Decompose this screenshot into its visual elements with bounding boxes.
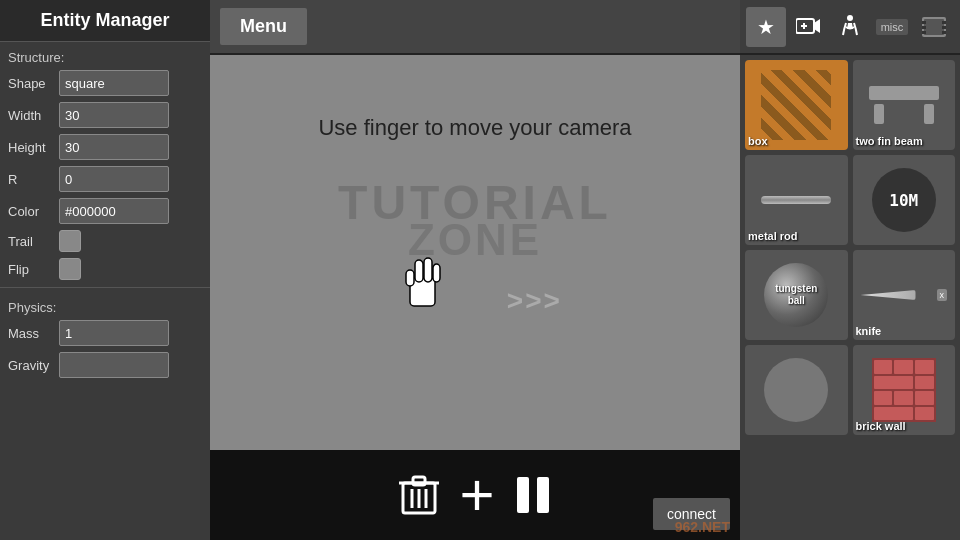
brickwall-visual [872, 358, 936, 422]
add-scene-button[interactable] [788, 7, 828, 47]
svg-rect-24 [942, 26, 946, 29]
tungsten-inner-label: tungstenball [775, 283, 817, 307]
film-button[interactable] [914, 7, 954, 47]
knife-label: knife [856, 325, 882, 337]
list-item[interactable]: 10M [853, 155, 956, 245]
box-label: box [748, 135, 768, 147]
r-input[interactable] [59, 166, 169, 192]
svg-rect-23 [942, 21, 946, 24]
svg-rect-25 [942, 31, 946, 34]
gravity-label: Gravity [8, 358, 53, 373]
drum-text: 10M [889, 191, 918, 210]
arrows-indicator: >>> [507, 285, 562, 317]
list-item[interactable]: tungstenball [745, 250, 848, 340]
hand-cursor-icon [395, 250, 450, 314]
physics-label: Physics: [0, 292, 210, 317]
pause-icon-button[interactable] [515, 473, 551, 517]
width-label: Width [8, 108, 53, 123]
width-row: Width [0, 99, 210, 131]
watermark-tutorial: TUTORIAL [338, 175, 612, 230]
top-bar: Menu [210, 0, 740, 55]
svg-point-17 [847, 15, 853, 21]
middle-area: Menu Use finger to move your camera TUTO… [210, 0, 740, 540]
connect-button[interactable]: connect [653, 498, 730, 530]
beam-label: two fin beam [856, 135, 923, 147]
knife-badge: x [937, 289, 948, 301]
list-item[interactable]: two fin beam [853, 60, 956, 150]
misc-label: misc [876, 19, 909, 35]
svg-rect-3 [433, 264, 440, 282]
svg-rect-2 [424, 258, 432, 282]
metalrod-visual [761, 196, 831, 204]
canvas-area[interactable]: Use finger to move your camera TUTORIAL … [210, 55, 740, 450]
svg-rect-1 [415, 260, 423, 282]
entity-panel: Entity Manager Structure: Shape Width He… [0, 0, 210, 540]
svg-rect-11 [517, 477, 529, 513]
trail-row: Trail [0, 227, 210, 255]
run-button[interactable] [830, 7, 870, 47]
star-icon: ★ [757, 15, 775, 39]
tungsten-visual: tungstenball [764, 263, 828, 327]
metalrod-label: metal rod [748, 230, 798, 242]
trail-toggle[interactable] [59, 230, 81, 252]
box-visual [761, 70, 831, 140]
height-label: Height [8, 140, 53, 155]
drum-visual: 10M [872, 168, 936, 232]
trail-label: Trail [8, 234, 53, 249]
instruction-text: Use finger to move your camera [318, 115, 631, 141]
structure-label: Structure: [0, 42, 210, 67]
mass-label: Mass [8, 326, 53, 341]
svg-rect-22 [922, 31, 926, 34]
svg-rect-4 [406, 270, 414, 286]
misc-button[interactable]: misc [872, 7, 912, 47]
flip-row: Flip [0, 255, 210, 283]
color-row: Color [0, 195, 210, 227]
right-panel: ★ misc [740, 0, 960, 540]
flip-toggle[interactable] [59, 258, 81, 280]
list-item[interactable]: x knife [853, 250, 956, 340]
svg-rect-20 [922, 21, 926, 24]
gravity-row: Gravity [0, 349, 210, 381]
list-item[interactable]: brick wall [853, 345, 956, 435]
list-item[interactable]: box [745, 60, 848, 150]
gray-circle-visual [764, 358, 828, 422]
color-label: Color [8, 204, 53, 219]
shape-label: Shape [8, 76, 53, 91]
brickwall-label: brick wall [856, 420, 906, 432]
knife-visual [861, 290, 916, 300]
shape-input[interactable] [59, 70, 169, 96]
menu-button[interactable]: Menu [220, 8, 307, 45]
svg-rect-21 [922, 26, 926, 29]
r-row: R [0, 163, 210, 195]
add-icon-button[interactable]: + [459, 465, 494, 525]
star-icon-button[interactable]: ★ [746, 7, 786, 47]
flip-label: Flip [8, 262, 53, 277]
mass-input[interactable] [59, 320, 169, 346]
gravity-input[interactable] [59, 352, 169, 378]
height-row: Height [0, 131, 210, 163]
entity-manager-title: Entity Manager [0, 0, 210, 42]
r-label: R [8, 172, 53, 187]
right-items-grid: box two fin beam metal rod 10M [740, 55, 960, 540]
shape-row: Shape [0, 67, 210, 99]
list-item[interactable] [745, 345, 848, 435]
height-input[interactable] [59, 134, 169, 160]
svg-rect-12 [537, 477, 549, 513]
svg-rect-19 [924, 19, 944, 35]
bottom-bar: + connect [210, 450, 740, 540]
right-top-icons: ★ misc [740, 0, 960, 55]
mass-row: Mass [0, 317, 210, 349]
width-input[interactable] [59, 102, 169, 128]
color-input[interactable] [59, 198, 169, 224]
trash-icon-button[interactable] [399, 473, 439, 517]
list-item[interactable]: metal rod [745, 155, 848, 245]
